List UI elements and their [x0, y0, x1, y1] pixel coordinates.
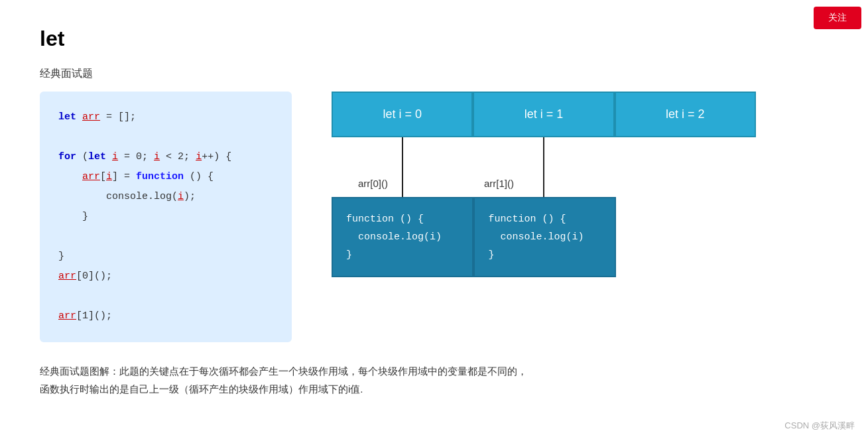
watermark: CSDN @荻风溪畔 [784, 420, 855, 432]
arrow-label-1: arr[1]() [484, 178, 514, 189]
code-line-8: } [58, 247, 273, 267]
code-block: let arr = []; for (let i = 0; i < 2; i++… [40, 92, 292, 342]
code-line-10 [58, 286, 273, 306]
diagram-area: let i = 0 let i = 1 let i = 2 arr[0]() a… [332, 92, 828, 277]
code-line-6: } [58, 207, 273, 227]
connector-lines [332, 137, 756, 197]
description: 经典面试题图解：此题的关键点在于每次循环都会产生一个块级作用域，每个块级作用域中… [40, 362, 637, 398]
code-line-9: arr[0](); [58, 267, 273, 286]
code-line-11: arr[1](); [58, 306, 273, 326]
arrows-row: arr[0]() arr[1]() [332, 137, 756, 197]
top-box-1: let i = 1 [473, 92, 614, 137]
section-label: 经典面试题 [40, 67, 828, 81]
page-title: let [40, 27, 828, 51]
code-line-7 [58, 227, 273, 247]
code-line-5: console.log(i); [58, 187, 273, 207]
bottom-box-1: function () { console.log(i) } [473, 197, 615, 277]
bottom-box-0: function () { console.log(i) } [332, 197, 473, 277]
code-line-3: for (let i = 0; i < 2; i++) { [58, 147, 273, 167]
top-box-2: let i = 2 [615, 92, 756, 137]
code-line-2 [58, 127, 273, 147]
follow-button[interactable]: 关注 [814, 7, 861, 29]
top-boxes: let i = 0 let i = 1 let i = 2 [332, 92, 756, 137]
arrow-label-0: arr[0]() [358, 178, 388, 189]
top-box-0: let i = 0 [332, 92, 473, 137]
diagram-container: let i = 0 let i = 1 let i = 2 arr[0]() a… [332, 92, 756, 277]
main-content: let arr = []; for (let i = 0; i < 2; i++… [40, 92, 828, 342]
code-line-4: arr[i] = function () { [58, 167, 273, 187]
bottom-boxes: function () { console.log(i) } function … [332, 197, 616, 277]
description-text: 经典面试题图解：此题的关键点在于每次循环都会产生一个块级作用域，每个块级作用域中… [40, 365, 527, 395]
code-line-1: let arr = []; [58, 107, 273, 127]
